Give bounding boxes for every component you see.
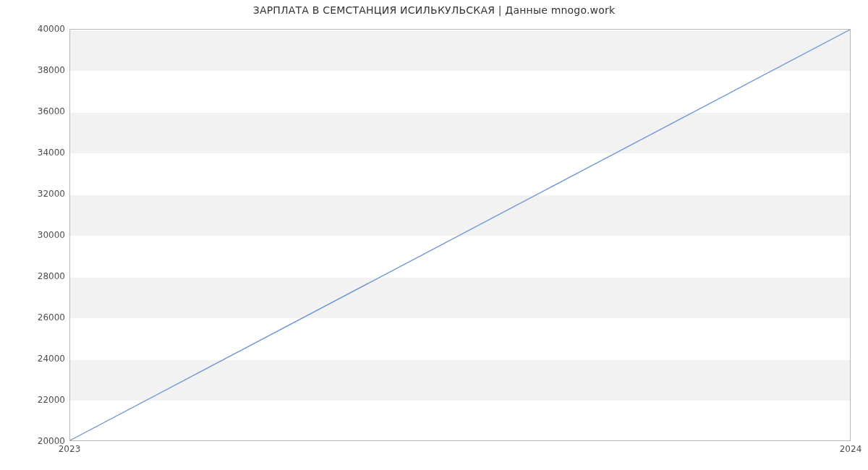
y-tick-label: 22000 xyxy=(22,395,65,405)
y-tick-label: 32000 xyxy=(22,189,65,199)
y-tick-label: 40000 xyxy=(22,24,65,34)
y-tick-label: 36000 xyxy=(22,106,65,116)
x-tick-label: 2023 xyxy=(59,444,81,454)
y-tick-label: 34000 xyxy=(22,148,65,158)
plot-area xyxy=(69,29,851,441)
chart-figure: ЗАРПЛАТА В СЕМСТАНЦИЯ ИСИЛЬКУЛЬСКАЯ | Да… xyxy=(0,0,868,470)
line-layer xyxy=(70,30,850,440)
y-tick-label: 38000 xyxy=(22,65,65,75)
y-tick-label: 24000 xyxy=(22,354,65,364)
x-tick-label: 2024 xyxy=(840,444,862,454)
chart-title: ЗАРПЛАТА В СЕМСТАНЦИЯ ИСИЛЬКУЛЬСКАЯ | Да… xyxy=(0,4,868,16)
y-tick-label: 28000 xyxy=(22,271,65,281)
grid-line xyxy=(70,442,850,443)
y-tick-label: 26000 xyxy=(22,312,65,322)
y-tick-label: 30000 xyxy=(22,230,65,240)
series-line xyxy=(70,30,850,440)
